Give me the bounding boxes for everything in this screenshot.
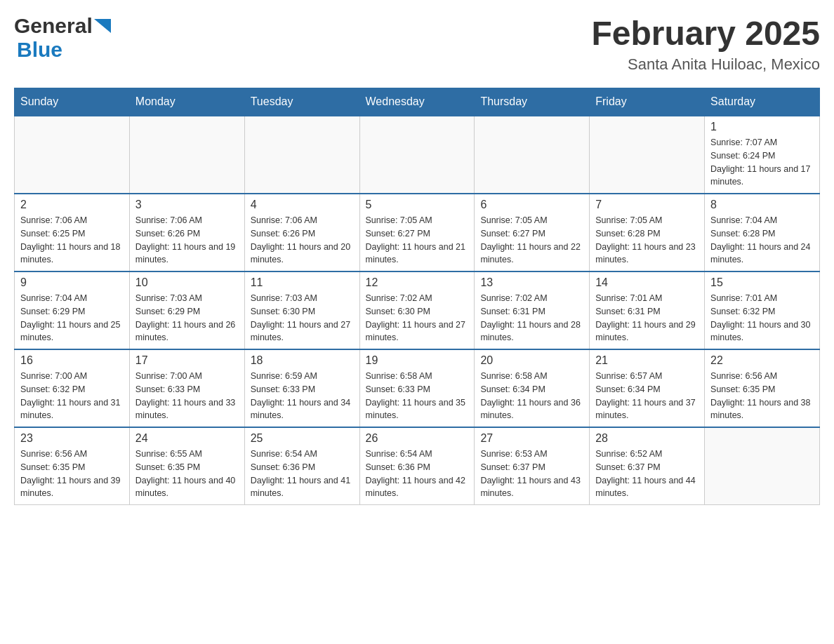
day-info: Sunrise: 6:54 AMSunset: 6:36 PMDaylight:…	[366, 448, 469, 500]
day-number: 25	[251, 432, 354, 445]
day-info: Sunrise: 6:58 AMSunset: 6:33 PMDaylight:…	[366, 370, 469, 422]
title-block: February 2025 Santa Anita Huiloac, Mexic…	[591, 14, 820, 74]
weekday-header-row: SundayMondayTuesdayWednesdayThursdayFrid…	[15, 88, 820, 116]
day-info: Sunrise: 6:58 AMSunset: 6:34 PMDaylight:…	[480, 370, 583, 422]
calendar-cell-week3-day2: 10Sunrise: 7:03 AMSunset: 6:29 PMDayligh…	[129, 271, 244, 349]
day-number: 9	[20, 276, 124, 289]
day-number: 17	[135, 354, 239, 367]
calendar-cell-week4-day4: 19Sunrise: 6:58 AMSunset: 6:33 PMDayligh…	[359, 349, 475, 427]
day-number: 16	[20, 354, 124, 367]
week-row-5: 23Sunrise: 6:56 AMSunset: 6:35 PMDayligh…	[15, 427, 820, 505]
calendar-cell-week4-day6: 21Sunrise: 6:57 AMSunset: 6:34 PMDayligh…	[590, 349, 705, 427]
day-number: 23	[20, 432, 124, 445]
day-info: Sunrise: 6:55 AMSunset: 6:35 PMDaylight:…	[135, 448, 239, 500]
day-number: 26	[366, 432, 469, 445]
calendar-cell-week5-day4: 26Sunrise: 6:54 AMSunset: 6:36 PMDayligh…	[359, 427, 475, 505]
day-number: 1	[710, 121, 814, 133]
calendar-cell-week5-day1: 23Sunrise: 6:56 AMSunset: 6:35 PMDayligh…	[15, 427, 130, 505]
logo-triangle-icon	[94, 19, 111, 36]
calendar-cell-week4-day7: 22Sunrise: 6:56 AMSunset: 6:35 PMDayligh…	[705, 349, 820, 427]
day-number: 4	[251, 199, 354, 211]
calendar-table: SundayMondayTuesdayWednesdayThursdayFrid…	[14, 88, 820, 505]
day-number: 7	[595, 199, 699, 211]
logo-general-text: General	[14, 14, 93, 38]
calendar-cell-week2-day2: 3Sunrise: 7:06 AMSunset: 6:26 PMDaylight…	[129, 194, 244, 271]
day-number: 12	[366, 276, 469, 289]
day-info: Sunrise: 7:04 AMSunset: 6:28 PMDaylight:…	[710, 214, 814, 267]
day-info: Sunrise: 7:01 AMSunset: 6:31 PMDaylight:…	[595, 292, 699, 344]
calendar-cell-week2-day1: 2Sunrise: 7:06 AMSunset: 6:25 PMDaylight…	[15, 194, 130, 271]
logo-blue-text: Blue	[17, 38, 62, 61]
day-info: Sunrise: 6:52 AMSunset: 6:37 PMDaylight:…	[595, 448, 699, 500]
day-info: Sunrise: 7:07 AMSunset: 6:24 PMDaylight:…	[710, 136, 814, 189]
calendar-cell-week2-day3: 4Sunrise: 7:06 AMSunset: 6:26 PMDaylight…	[244, 194, 359, 271]
day-number: 10	[135, 276, 239, 289]
calendar-cell-week5-day5: 27Sunrise: 6:53 AMSunset: 6:37 PMDayligh…	[475, 427, 590, 505]
day-number: 5	[366, 199, 469, 211]
calendar-cell-week5-day3: 25Sunrise: 6:54 AMSunset: 6:36 PMDayligh…	[244, 427, 359, 505]
day-info: Sunrise: 7:03 AMSunset: 6:29 PMDaylight:…	[135, 292, 239, 344]
calendar-cell-week4-day3: 18Sunrise: 6:59 AMSunset: 6:33 PMDayligh…	[244, 349, 359, 427]
calendar-cell-week1-day2	[129, 116, 244, 194]
day-number: 13	[480, 276, 583, 289]
day-info: Sunrise: 7:03 AMSunset: 6:30 PMDaylight:…	[251, 292, 354, 344]
day-number: 18	[251, 354, 354, 367]
calendar-cell-week3-day3: 11Sunrise: 7:03 AMSunset: 6:30 PMDayligh…	[244, 271, 359, 349]
calendar-cell-week3-day4: 12Sunrise: 7:02 AMSunset: 6:30 PMDayligh…	[359, 271, 475, 349]
weekday-header-wednesday: Wednesday	[359, 88, 475, 116]
day-number: 19	[366, 354, 469, 367]
calendar-cell-week1-day3	[244, 116, 359, 194]
weekday-header-thursday: Thursday	[475, 88, 590, 116]
week-row-2: 2Sunrise: 7:06 AMSunset: 6:25 PMDaylight…	[15, 194, 820, 271]
calendar-cell-week1-day6	[590, 116, 705, 194]
day-info: Sunrise: 7:02 AMSunset: 6:30 PMDaylight:…	[366, 292, 469, 344]
calendar-cell-week2-day4: 5Sunrise: 7:05 AMSunset: 6:27 PMDaylight…	[359, 194, 475, 271]
day-number: 14	[595, 276, 699, 289]
calendar-cell-week2-day5: 6Sunrise: 7:05 AMSunset: 6:27 PMDaylight…	[475, 194, 590, 271]
day-info: Sunrise: 7:02 AMSunset: 6:31 PMDaylight:…	[480, 292, 583, 344]
calendar-cell-week3-day6: 14Sunrise: 7:01 AMSunset: 6:31 PMDayligh…	[590, 271, 705, 349]
day-number: 6	[480, 199, 583, 211]
calendar-cell-week1-day1	[15, 116, 130, 194]
day-number: 3	[135, 199, 239, 211]
week-row-3: 9Sunrise: 7:04 AMSunset: 6:29 PMDaylight…	[15, 271, 820, 349]
calendar-cell-week1-day4	[359, 116, 475, 194]
calendar-cell-week1-day7: 1Sunrise: 7:07 AMSunset: 6:24 PMDaylight…	[705, 116, 820, 194]
weekday-header-saturday: Saturday	[705, 88, 820, 116]
calendar-cell-week4-day5: 20Sunrise: 6:58 AMSunset: 6:34 PMDayligh…	[475, 349, 590, 427]
day-info: Sunrise: 7:01 AMSunset: 6:32 PMDaylight:…	[710, 292, 814, 344]
day-info: Sunrise: 7:06 AMSunset: 6:26 PMDaylight:…	[135, 214, 239, 267]
day-info: Sunrise: 6:59 AMSunset: 6:33 PMDaylight:…	[251, 370, 354, 422]
weekday-header-tuesday: Tuesday	[244, 88, 359, 116]
day-number: 24	[135, 432, 239, 445]
day-number: 22	[710, 354, 814, 367]
day-info: Sunrise: 6:53 AMSunset: 6:37 PMDaylight:…	[480, 448, 583, 500]
calendar-cell-week2-day6: 7Sunrise: 7:05 AMSunset: 6:28 PMDaylight…	[590, 194, 705, 271]
logo: General Blue	[14, 14, 111, 62]
day-number: 11	[251, 276, 354, 289]
calendar-cell-week3-day5: 13Sunrise: 7:02 AMSunset: 6:31 PMDayligh…	[475, 271, 590, 349]
day-info: Sunrise: 7:06 AMSunset: 6:26 PMDaylight:…	[251, 214, 354, 267]
svg-marker-0	[94, 19, 111, 33]
weekday-header-friday: Friday	[590, 88, 705, 116]
day-number: 20	[480, 354, 583, 367]
day-number: 27	[480, 432, 583, 445]
day-number: 15	[710, 276, 814, 289]
day-info: Sunrise: 6:56 AMSunset: 6:35 PMDaylight:…	[710, 370, 814, 422]
calendar-cell-week2-day7: 8Sunrise: 7:04 AMSunset: 6:28 PMDaylight…	[705, 194, 820, 271]
day-number: 2	[20, 199, 124, 211]
day-info: Sunrise: 6:57 AMSunset: 6:34 PMDaylight:…	[595, 370, 699, 422]
day-info: Sunrise: 6:56 AMSunset: 6:35 PMDaylight:…	[20, 448, 124, 500]
calendar-cell-week3-day1: 9Sunrise: 7:04 AMSunset: 6:29 PMDaylight…	[15, 271, 130, 349]
day-info: Sunrise: 7:00 AMSunset: 6:32 PMDaylight:…	[20, 370, 124, 422]
day-number: 21	[595, 354, 699, 367]
day-info: Sunrise: 7:05 AMSunset: 6:27 PMDaylight:…	[480, 214, 583, 267]
week-row-1: 1Sunrise: 7:07 AMSunset: 6:24 PMDaylight…	[15, 116, 820, 194]
day-info: Sunrise: 6:54 AMSunset: 6:36 PMDaylight:…	[251, 448, 354, 500]
calendar-cell-week4-day2: 17Sunrise: 7:00 AMSunset: 6:33 PMDayligh…	[129, 349, 244, 427]
day-number: 28	[595, 432, 699, 445]
location-title: Santa Anita Huiloac, Mexico	[591, 55, 820, 74]
weekday-header-monday: Monday	[129, 88, 244, 116]
day-info: Sunrise: 7:05 AMSunset: 6:28 PMDaylight:…	[595, 214, 699, 267]
day-info: Sunrise: 7:06 AMSunset: 6:25 PMDaylight:…	[20, 214, 124, 267]
